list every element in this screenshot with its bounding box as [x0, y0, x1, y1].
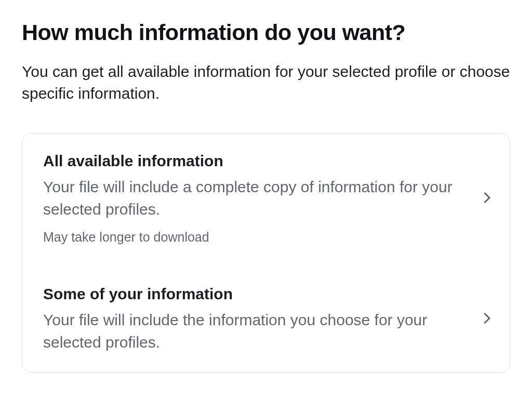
option-some-information[interactable]: Some of your information Your file will … — [22, 260, 510, 372]
option-some-title: Some of your information — [43, 285, 460, 303]
option-all-information[interactable]: All available information Your file will… — [22, 134, 510, 260]
page-title: How much information do you want? — [22, 20, 510, 45]
option-all-title: All available information — [43, 152, 460, 170]
option-all-content: All available information Your file will… — [43, 152, 481, 245]
options-card: All available information Your file will… — [22, 133, 510, 373]
option-some-content: Some of your information Your file will … — [43, 285, 481, 353]
chevron-right-icon — [481, 194, 489, 204]
page-subtitle: You can get all available information fo… — [22, 61, 510, 104]
option-all-description: Your file will include a complete copy o… — [43, 176, 460, 220]
option-all-note: May take longer to download — [43, 230, 460, 245]
option-some-description: Your file will include the information y… — [43, 309, 460, 353]
chevron-right-icon — [481, 314, 489, 324]
